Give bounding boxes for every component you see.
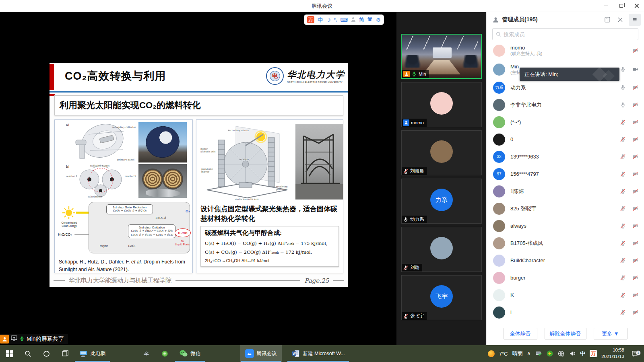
mic-status-icon[interactable]: [620, 206, 626, 212]
weather-condition[interactable]: 晴朗: [512, 350, 523, 357]
member-row[interactable]: (*~*): [487, 113, 644, 131]
member-row[interactable]: always: [487, 217, 644, 234]
more-button[interactable]: 更多 ▼: [594, 328, 627, 339]
camera-status-icon[interactable]: [632, 84, 638, 90]
mic-active-icon: [19, 335, 25, 343]
camera-status-icon[interactable]: [632, 275, 638, 281]
keyboard-icon[interactable]: ⌨: [340, 17, 348, 23]
avatar: [493, 289, 505, 301]
chinese-mode-icon[interactable]: 中: [318, 17, 323, 23]
member-row[interactable]: B1705-张成凤: [487, 234, 644, 252]
camera-status-icon[interactable]: [632, 171, 638, 177]
mic-status-icon[interactable]: [620, 223, 626, 229]
slide-red-bar: [50, 64, 54, 90]
member-row[interactable]: 0: [487, 131, 644, 148]
start-button[interactable]: [0, 345, 19, 362]
punctuation-icon[interactable]: °‚: [334, 18, 337, 22]
video-tile-min[interactable]: Min: [401, 34, 482, 79]
taskbar-search-icon[interactable]: [19, 345, 37, 362]
avatar: [493, 272, 505, 284]
member-search-box[interactable]: [492, 28, 638, 40]
camera-status-icon[interactable]: [632, 119, 638, 125]
language-indicator[interactable]: 中: [580, 350, 585, 357]
video-tile-zhangfeiyu[interactable]: 飞宇 张飞宇: [401, 275, 482, 320]
member-row[interactable]: 李非华北电力: [487, 96, 644, 113]
settings-gear-icon[interactable]: ⚙: [376, 17, 381, 23]
member-row[interactable]: 97 156****4797: [487, 165, 644, 183]
mic-status-icon[interactable]: [620, 102, 626, 108]
tile-name-label: 刘海晨: [402, 167, 427, 175]
taskbar-this-pc[interactable]: 此电脑: [74, 345, 111, 362]
skin-icon[interactable]: [367, 16, 373, 23]
mic-status-icon[interactable]: [620, 136, 626, 142]
mic-status-icon[interactable]: [620, 171, 626, 177]
green-plus-tray-icon[interactable]: [546, 350, 553, 357]
mic-status-icon[interactable]: [620, 188, 626, 194]
task-view-icon[interactable]: [56, 345, 74, 362]
weather-icon[interactable]: [488, 350, 495, 357]
taskbar-word[interactable]: W 新建 Microsoft W...: [287, 345, 350, 362]
scanner-app-icon[interactable]: [137, 345, 156, 362]
member-row[interactable]: 1陈炜: [487, 183, 644, 200]
mic-status-icon[interactable]: [620, 240, 626, 246]
taskbar-clock[interactable]: 10:58 2021/11/13: [601, 347, 624, 360]
camera-status-icon[interactable]: [632, 188, 638, 194]
camera-status-icon[interactable]: [632, 292, 638, 298]
mic-status-icon[interactable]: [620, 66, 626, 72]
video-tile-liuhaichen[interactable]: 刘海晨: [401, 130, 482, 175]
mic-status-icon[interactable]: [620, 154, 626, 160]
cortana-icon[interactable]: [37, 345, 56, 362]
member-row[interactable]: 力系 动力系: [487, 79, 644, 96]
member-row[interactable]: BuildCharacter: [487, 252, 644, 269]
camera-status-icon[interactable]: [632, 154, 638, 160]
antivirus-app-icon[interactable]: [156, 345, 174, 362]
panel-menu-icon[interactable]: [629, 14, 641, 26]
mic-status-icon[interactable]: [620, 84, 626, 90]
member-row[interactable]: l: [487, 304, 644, 321]
moon-icon[interactable]: ☽: [326, 17, 331, 23]
weather-temp[interactable]: 7°C: [499, 351, 508, 357]
taskbar-wechat[interactable]: 微信: [174, 345, 206, 362]
video-tile-liulu[interactable]: 刘璐: [401, 227, 482, 272]
simplified-chinese-icon[interactable]: 简: [359, 17, 364, 22]
member-row[interactable]: K: [487, 286, 644, 304]
camera-status-icon[interactable]: [632, 257, 638, 263]
account-icon[interactable]: [351, 17, 356, 22]
unmute-all-button[interactable]: 解除全体静音: [545, 328, 586, 339]
camera-status-icon[interactable]: [632, 102, 638, 108]
mic-status-icon: [411, 71, 417, 77]
volume-icon[interactable]: [569, 350, 576, 357]
camera-status-icon[interactable]: [632, 206, 638, 212]
camera-status-icon[interactable]: [632, 66, 638, 72]
university-emblem-icon: 电: [266, 67, 284, 85]
member-row[interactable]: burger: [487, 269, 644, 286]
hidden-icons-chevron[interactable]: ∧: [527, 350, 531, 356]
camera-status-icon[interactable]: [632, 136, 638, 142]
video-tile-momo[interactable]: momo: [401, 82, 482, 127]
mic-status-icon[interactable]: [620, 275, 626, 281]
network-globe-icon[interactable]: [557, 350, 564, 357]
camera-status-icon[interactable]: [632, 47, 638, 53]
mic-status-icon[interactable]: [620, 292, 626, 298]
action-center-icon[interactable]: 1: [629, 350, 641, 357]
sogou-ime-toolbar: 万 中 ☽ °‚ ⌨ 简 ⚙: [304, 14, 384, 25]
search-input[interactable]: [504, 31, 635, 37]
mic-status-icon[interactable]: [620, 119, 626, 125]
camera-status-icon[interactable]: [632, 240, 638, 246]
camera-status-icon[interactable]: [632, 309, 638, 315]
camera-status-icon[interactable]: [632, 223, 638, 229]
member-row[interactable]: 33 139****9633: [487, 148, 644, 165]
pc-manager-tray-icon[interactable]: [535, 350, 542, 357]
taskbar-tencent-meeting[interactable]: 腾讯会议: [240, 345, 282, 362]
member-row[interactable]: 825-张晓宇: [487, 200, 644, 217]
sogou-logo-icon[interactable]: 万: [307, 16, 314, 23]
sogou-tray-icon[interactable]: 万: [590, 350, 597, 357]
popout-panel-icon[interactable]: [603, 15, 612, 24]
close-panel-icon[interactable]: [616, 15, 625, 24]
video-tile-donglixi[interactable]: 力系 动力系: [401, 179, 482, 224]
mic-status-icon[interactable]: [620, 309, 626, 315]
mute-all-button[interactable]: 全体静音: [504, 328, 537, 339]
mic-status-icon[interactable]: [620, 257, 626, 263]
avatar: 97: [493, 168, 505, 180]
member-row[interactable]: momo(联席主持人, 我): [487, 41, 644, 60]
